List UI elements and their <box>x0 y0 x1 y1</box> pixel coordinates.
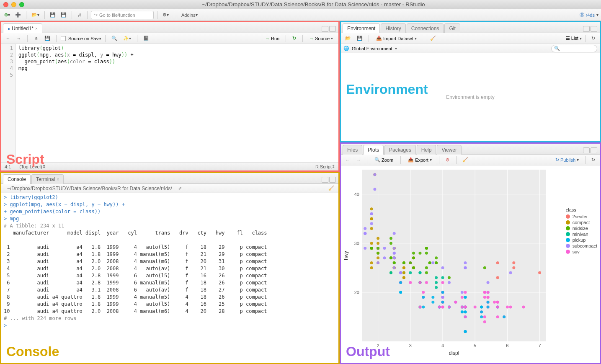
viewer-tab[interactable]: Viewer <box>437 145 461 155</box>
env-tab[interactable]: Environment <box>343 23 380 33</box>
svg-point-189 <box>441 281 444 284</box>
git-tab[interactable]: Git <box>444 23 460 33</box>
show-doc-icon[interactable]: 🗎 <box>32 34 40 43</box>
svg-point-143 <box>393 261 396 264</box>
svg-text:7: 7 <box>538 343 541 348</box>
svg-point-192 <box>389 237 392 240</box>
rerun-button[interactable]: ↻ <box>289 34 299 42</box>
script-statusbar: 4:1 (Top Level) ⇕ R Script ⇕ <box>1 162 338 170</box>
save-workspace-icon[interactable]: 💾 <box>355 34 364 43</box>
plots-tab[interactable]: Plots <box>363 145 384 155</box>
code-editor[interactable]: 12345 library(ggplot)ggplot(mpg, aes(x =… <box>1 44 338 162</box>
svg-point-66 <box>441 276 444 279</box>
clear-plots-icon[interactable]: 🧹 <box>461 156 470 164</box>
publish-button[interactable]: ↻ Publish ▾ <box>552 156 582 164</box>
find-icon[interactable]: 🔍 <box>110 34 119 43</box>
run-button[interactable]: →Run <box>262 35 282 42</box>
svg-point-204 <box>399 291 402 294</box>
script-pane: ● Untitled1* × ← → 🗎 💾 Source on Save <box>0 21 340 172</box>
svg-point-153 <box>418 281 421 284</box>
svg-point-118 <box>431 261 434 264</box>
separator <box>87 11 88 19</box>
svg-point-132 <box>364 227 366 230</box>
svg-point-31 <box>402 266 405 269</box>
source-on-save-checkbox[interactable] <box>61 36 66 41</box>
help-tab[interactable]: Help <box>417 145 436 155</box>
svg-text:40: 40 <box>354 192 359 197</box>
svg-point-72 <box>464 296 467 299</box>
console-path-bar: ~/Dropbox/Dropbox/STUDY/Data Science/Boo… <box>1 184 338 193</box>
remove-plot-icon[interactable]: ⊘ <box>444 156 452 164</box>
code-area[interactable]: library(ggplot)ggplot(mpg, aes(x = displ… <box>16 44 338 162</box>
new-project-icon[interactable]: ➕ <box>13 11 23 19</box>
svg-point-221 <box>402 271 405 274</box>
load-workspace-icon[interactable]: 📂 <box>343 34 353 43</box>
close-tab-icon[interactable]: × <box>35 26 38 31</box>
new-file-icon[interactable]: ⊕ ▾ <box>3 11 12 19</box>
env-scope[interactable]: Global Environment <box>352 46 392 51</box>
terminal-tab[interactable]: Terminal × <box>31 174 64 184</box>
export-button[interactable]: 📤 Export ▾ <box>405 156 435 164</box>
save-icon[interactable]: 💾 <box>48 11 57 19</box>
close-window[interactable] <box>3 2 8 7</box>
zoom-button[interactable]: 🔍 Zoom <box>371 156 396 164</box>
maximize-pane-icon[interactable] <box>591 147 597 153</box>
notebook-icon[interactable]: 📓 <box>142 34 151 43</box>
svg-point-184 <box>454 301 457 304</box>
prev-plot-icon[interactable]: ← <box>343 156 352 164</box>
file-type-label[interactable]: R Script <box>315 164 332 169</box>
svg-point-160 <box>483 266 486 269</box>
main-toolbar: ⊕ ▾ ➕ 📂 ▾ 💾 💾 🖨 ↪Go to file/function ⚙ ▾… <box>0 9 601 21</box>
console-tab[interactable]: Console <box>3 174 31 184</box>
save-script-icon[interactable]: 💾 <box>43 34 52 43</box>
project-menu[interactable]: Ⓡ r4ds ▾ <box>580 12 598 18</box>
svg-text:4: 4 <box>441 343 444 348</box>
svg-point-139 <box>370 212 373 215</box>
close-tab-icon[interactable]: × <box>57 177 59 182</box>
svg-point-208 <box>441 301 444 304</box>
env-search-input[interactable]: 🔍 <box>551 45 597 52</box>
history-tab[interactable]: History <box>381 23 405 33</box>
console-output[interactable]: > library(ggplot2) > ggplot(mpg, aes(x =… <box>1 193 338 363</box>
environment-pane: Environment History Connections Git 📂 💾 … <box>340 21 601 142</box>
clear-console-icon[interactable]: 🧹 <box>327 184 336 193</box>
maximize-window[interactable] <box>19 2 24 7</box>
addins-dropdown[interactable]: Addins ▾ <box>178 11 201 19</box>
maximize-pane-icon[interactable] <box>329 177 336 183</box>
files-tab[interactable]: Files <box>343 145 362 155</box>
packages-tab[interactable]: Packages <box>384 145 416 155</box>
clear-env-icon[interactable]: 🧹 <box>428 34 438 43</box>
refresh-plot-icon[interactable]: ↻ <box>589 156 597 164</box>
forward-icon[interactable]: → <box>15 34 23 43</box>
maximize-pane-icon[interactable] <box>329 26 336 32</box>
refresh-icon[interactable]: ↻ <box>589 34 597 43</box>
open-file-icon[interactable]: 📂 ▾ <box>30 11 41 19</box>
svg-point-226 <box>377 261 379 264</box>
print-icon[interactable]: 🖨 <box>75 11 84 19</box>
svg-point-86 <box>464 330 467 333</box>
svg-point-188 <box>487 291 490 294</box>
import-dataset-button[interactable]: 📥 Import Dataset ▾ <box>373 34 420 42</box>
minimize-pane-icon[interactable] <box>322 26 328 32</box>
minimize-pane-icon[interactable] <box>583 147 590 153</box>
scope-label[interactable]: (Top Level) <box>19 164 42 169</box>
connections-tab[interactable]: Connections <box>407 23 444 33</box>
minimize-pane-icon[interactable] <box>322 177 328 183</box>
minimize-pane-icon[interactable] <box>583 26 590 32</box>
wand-icon[interactable]: ✨ ▾ <box>121 34 133 43</box>
next-plot-icon[interactable]: → <box>354 156 363 164</box>
minimize-window[interactable] <box>11 2 16 7</box>
svg-point-47 <box>483 296 486 299</box>
save-all-icon[interactable]: 💾 <box>59 11 68 19</box>
maximize-pane-icon[interactable] <box>591 26 597 32</box>
script-tab[interactable]: ● Untitled1* × <box>3 23 42 33</box>
path-reveal-icon[interactable]: ⇗ <box>178 186 182 191</box>
back-icon[interactable]: ← <box>4 34 12 43</box>
svg-point-56 <box>389 271 392 274</box>
tools-icon[interactable]: ⚙ ▾ <box>161 11 170 19</box>
goto-file-input[interactable]: ↪Go to file/function <box>91 11 154 19</box>
source-button[interactable]: →Source ▾ <box>306 35 336 42</box>
list-view-button[interactable]: ☰ List ▾ <box>566 36 582 41</box>
svg-point-179 <box>464 291 467 294</box>
svg-point-148 <box>425 271 428 274</box>
